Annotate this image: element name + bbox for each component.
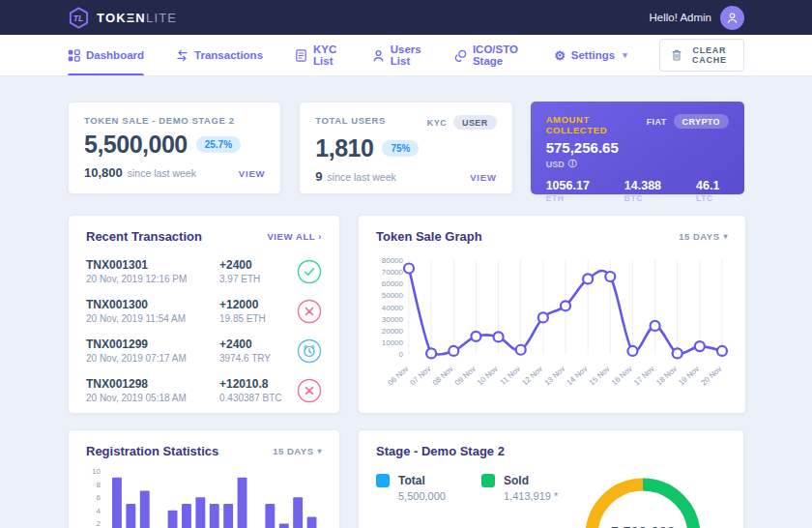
clear-cache-button[interactable]: CLEAR CACHE [659,39,744,72]
status-rejected-icon [297,378,322,403]
stage-title: Stage - Demo Stage 2 [376,444,505,458]
svg-text:13 Nov: 13 Nov [542,365,566,388]
caret-down-icon: ▾ [317,447,322,455]
registration-range-select[interactable]: 15 DAYS ▾ [273,446,322,456]
svg-text:0: 0 [399,350,404,359]
legend-label: Total [398,474,425,487]
tx-id: TNX001298 [86,377,219,391]
user-tab[interactable]: USER [453,115,497,130]
nav-item-users-list[interactable]: Users List [372,35,422,75]
transaction-row[interactable]: TNX001299 20 Nov, 2019 07:17 AM +2400 39… [69,331,339,370]
brand-text: TOKΞNLITE [97,11,177,25]
token-sale-card: TOKEN SALE - DEMO STAGE 2 5,500,000 25.7… [68,102,281,194]
svg-text:18 Nov: 18 Nov [654,365,679,388]
svg-text:80000: 80000 [382,256,404,265]
tx-amount: +2400 [219,337,297,351]
legend-label: Sold [504,474,529,487]
svg-text:11 Nov: 11 Nov [499,365,522,387]
user-area: Hello! Admin [649,6,744,30]
total-users-title: TOTAL USERS [315,115,386,126]
amount-currency: USD [546,160,565,169]
nav-item-settings[interactable]: ⚙ Settings ▾ [554,35,627,75]
nav-item-kyc-list[interactable]: KYC List [295,35,340,75]
registration-statistics-panel: Registration Statistics 15 DAYS ▾ 108642 [68,429,340,528]
tx-value: 3.97 ETH [219,274,297,284]
legend-swatch-total [376,474,390,487]
nav-item-dashboard[interactable]: Dashboard [68,35,144,75]
nav-item-transactions[interactable]: Transactions [176,35,263,75]
svg-text:40000: 40000 [382,304,404,312]
svg-text:16 Nov: 16 Nov [610,365,634,388]
svg-text:TL: TL [73,14,84,23]
stage-donut-chart: 5,500,000TLE [577,470,712,528]
svg-text:17 Nov: 17 Nov [632,365,656,388]
transactions-swap-icon [176,49,188,62]
legend-swatch-sold [481,474,495,487]
registration-bar-chart: 108642 [69,466,339,528]
svg-text:14 Nov: 14 Nov [566,365,590,388]
coin-label: ETH [546,193,590,203]
svg-text:07 Nov: 07 Nov [409,365,433,388]
transaction-row[interactable]: TNX001300 20 Nov, 2019 11:54 AM +12000 1… [69,291,339,331]
range-label: 15 DAYS [679,231,719,242]
coin-value: 46.1 [696,179,719,192]
svg-text:19 Nov: 19 Nov [677,365,701,388]
brand[interactable]: TL TOKΞNLITE [68,7,177,29]
tx-id: TNX001299 [86,337,219,351]
coin-btc: 14.388 BTC [624,179,661,203]
kyc-tab[interactable]: KYC [427,118,447,128]
transaction-row[interactable]: TNX001298 20 Nov, 2019 05:18 AM +12010.8… [69,370,339,410]
tx-amount: +12000 [219,298,297,311]
coin-eth: 1056.17 ETH [546,179,590,203]
svg-text:30000: 30000 [382,315,404,324]
dashboard-grid-icon [68,49,80,62]
token-sale-view-link[interactable]: VIEW [239,168,265,179]
amount-collected-title: AMOUNT COLLECTED [546,114,647,135]
greeting-text: Hello! Admin [649,12,711,23]
tx-date: 20 Nov, 2019 11:54 AM [86,313,219,324]
view-all-label: VIEW ALL [267,231,315,242]
users-list-icon [372,49,385,62]
svg-text:10000: 10000 [382,338,404,347]
crypto-tab[interactable]: CRYPTO [674,114,729,129]
nav-label: ICO/STO Stage [473,44,522,67]
nav-label: Transactions [194,49,263,61]
token-sale-graph-range-select[interactable]: 15 DAYS ▾ [679,231,728,242]
svg-text:15 Nov: 15 Nov [588,365,612,388]
recent-transactions-title: Recent Transaction [86,229,202,244]
tx-date: 20 Nov, 2019 05:18 AM [86,393,219,403]
clear-cache-label: CLEAR CACHE [687,45,732,65]
coin-ltc: 46.1 LTC [696,179,719,203]
info-icon[interactable]: ⓘ [568,158,577,170]
range-label: 15 DAYS [273,446,313,456]
total-users-view-link[interactable]: VIEW [470,172,496,183]
svg-text:60000: 60000 [382,279,404,288]
amount-collected-value: 575,256.65 [546,139,729,156]
token-sale-value: 5,500,000 [84,131,188,159]
token-sale-line-chart: 0100002000030000400005000060000700008000… [359,251,745,408]
fiat-tab[interactable]: FIAT [647,117,667,127]
nav-item-ico-sto-stage[interactable]: ICO/STO Stage [454,35,522,75]
tx-amount: +2400 [219,258,297,272]
svg-text:70000: 70000 [382,268,404,277]
app-header: TL TOKΞNLITE Hello! Admin [0,0,812,35]
main-nav: Dashboard Transactions KYC List Users Li… [0,35,812,76]
tx-amount: +12010.8 [219,377,297,391]
transaction-row[interactable]: TNX001301 20 Nov, 2019 12:16 PM +2400 3.… [69,251,339,291]
coin-value: 14.388 [624,179,661,192]
legend-item-total: Total 5,500,000 [376,474,472,528]
caret-down-icon: ▾ [623,50,627,60]
tx-value: 19.85 ETH [219,313,297,324]
caret-down-icon: ▾ [723,232,728,241]
tx-date: 20 Nov, 2019 07:17 AM [86,353,219,364]
status-rejected-icon [297,299,322,324]
total-users-value: 1,810 [315,134,373,162]
dashboard-content: TOKEN SALE - DEMO STAGE 2 5,500,000 25.7… [0,76,812,528]
amount-collected-card: AMOUNT COLLECTED FIAT CRYPTO 575,256.65 … [531,102,744,194]
nav-label: KYC List [313,44,340,67]
svg-text:2: 2 [97,519,102,528]
tx-value: 0.430387 BTC [219,393,297,403]
user-avatar[interactable] [720,6,744,30]
view-all-link[interactable]: VIEW ALL › [267,231,322,242]
total-users-caption: since last week [328,171,396,183]
